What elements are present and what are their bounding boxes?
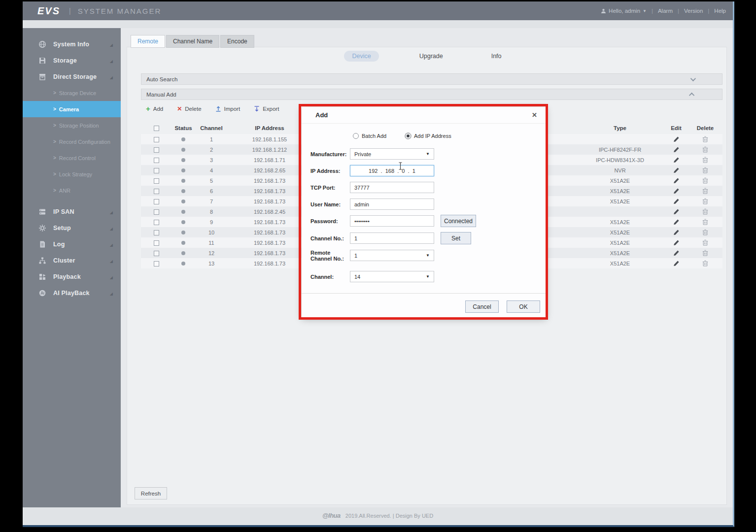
edit-pencil-icon[interactable] bbox=[673, 239, 680, 245]
remote-channel-no-select[interactable]: 1 ▼ bbox=[350, 250, 434, 261]
username-input[interactable]: admin bbox=[350, 199, 434, 210]
sidebar-item-ip-san[interactable]: IP SAN◢ bbox=[23, 203, 121, 220]
section-auto-search[interactable]: Auto Search bbox=[141, 73, 722, 85]
sidebar-item-cluster[interactable]: Cluster◢ bbox=[23, 252, 121, 268]
delete-button[interactable]: ✕ Delete bbox=[177, 105, 201, 112]
ok-button[interactable]: OK bbox=[507, 300, 540, 313]
connected-button[interactable]: Connected bbox=[441, 215, 476, 227]
sidebar-subitem-record-configuration[interactable]: >Record Configuration bbox=[23, 133, 121, 150]
sidebar-item-ai-playback[interactable]: AI PlayBack◢ bbox=[23, 285, 121, 301]
section-manual-add[interactable]: Manual Add bbox=[141, 89, 722, 100]
cell-channel: 2 bbox=[195, 147, 228, 153]
delete-trash-icon[interactable] bbox=[702, 208, 708, 214]
topbar-link-help[interactable]: Help bbox=[714, 8, 726, 14]
edit-pencil-icon[interactable] bbox=[673, 188, 680, 194]
row-checkbox[interactable] bbox=[154, 209, 159, 215]
row-checkbox[interactable] bbox=[154, 189, 159, 194]
sidebar-subitem-storage-position[interactable]: >Storage Position bbox=[23, 117, 121, 133]
subtab-info[interactable]: Info bbox=[483, 51, 510, 62]
tab-remote[interactable]: Remote bbox=[131, 35, 165, 48]
row-checkbox[interactable] bbox=[154, 137, 159, 142]
sidebar-item-log[interactable]: Log◢ bbox=[23, 236, 121, 252]
sidebar-item-direct-storage[interactable]: Direct Storage◢ bbox=[23, 68, 121, 85]
radio-batch-add[interactable]: Batch Add bbox=[353, 133, 386, 139]
topbar-link-alarm[interactable]: Alarm bbox=[658, 8, 673, 14]
delete-trash-icon[interactable] bbox=[702, 239, 708, 245]
add-button[interactable]: + Add bbox=[146, 106, 163, 112]
edit-pencil-icon[interactable] bbox=[673, 250, 680, 256]
channel-no-input[interactable]: 1 bbox=[350, 233, 434, 244]
tcp-port-input[interactable]: 37777 bbox=[350, 182, 434, 193]
tab-channel-name[interactable]: Channel Name bbox=[166, 35, 219, 48]
delete-trash-icon[interactable] bbox=[702, 260, 708, 266]
section-label: Auto Search bbox=[146, 76, 177, 82]
cancel-button[interactable]: Cancel bbox=[465, 300, 499, 313]
row-checkbox[interactable] bbox=[154, 199, 159, 204]
row-checkbox[interactable] bbox=[154, 220, 159, 225]
password-input[interactable]: •••••••• bbox=[350, 215, 434, 227]
collapse-triangle-icon: ◢ bbox=[110, 59, 113, 64]
row-checkbox[interactable] bbox=[154, 251, 159, 256]
select-all-checkbox[interactable] bbox=[154, 126, 159, 131]
sidebar-item-setup[interactable]: Setup◢ bbox=[23, 220, 121, 236]
subtab-upgrade[interactable]: Upgrade bbox=[412, 51, 451, 62]
radio-add-ip-address[interactable]: Add IP Address bbox=[405, 133, 451, 139]
delete-trash-icon[interactable] bbox=[702, 146, 708, 152]
chevron-up-icon[interactable] bbox=[689, 92, 694, 98]
dropdown-arrow-icon: ▼ bbox=[426, 152, 430, 156]
edit-pencil-icon[interactable] bbox=[673, 167, 680, 173]
edit-pencil-icon[interactable] bbox=[673, 198, 680, 204]
sidebar-subitem-lock-strategy[interactable]: >Lock Strategy bbox=[23, 166, 121, 182]
row-checkbox[interactable] bbox=[154, 147, 159, 153]
close-icon[interactable]: ✕ bbox=[532, 111, 537, 119]
cell-ip-address: 192.168.1.73 bbox=[228, 219, 311, 225]
edit-pencil-icon[interactable] bbox=[673, 136, 680, 142]
import-icon bbox=[215, 106, 221, 112]
sidebar-subitem-camera[interactable]: >Camera bbox=[23, 101, 121, 117]
delete-trash-icon[interactable] bbox=[702, 177, 708, 183]
channel-select[interactable]: 14 ▼ bbox=[350, 271, 434, 282]
subtab-device[interactable]: Device bbox=[344, 51, 378, 62]
edit-pencil-icon[interactable] bbox=[673, 219, 680, 225]
sidebar-item-playback[interactable]: Playback◢ bbox=[23, 268, 121, 285]
sidebar-subitem-label: Lock Strategy bbox=[59, 171, 92, 177]
row-checkbox[interactable] bbox=[154, 230, 159, 235]
topbar-link-version[interactable]: Version bbox=[684, 8, 703, 14]
sidebar-item-system-info[interactable]: System Info◢ bbox=[23, 36, 121, 52]
sidebar-subitem-storage-device[interactable]: >Storage Device bbox=[23, 85, 121, 101]
sidebar-subitem-record-control[interactable]: >Record Control bbox=[23, 150, 121, 166]
user-menu[interactable]: Hello, admin ▼ bbox=[601, 8, 647, 14]
sidebar-item-storage[interactable]: Storage◢ bbox=[23, 52, 121, 68]
row-checkbox[interactable] bbox=[154, 240, 159, 246]
delete-trash-icon[interactable] bbox=[702, 136, 708, 142]
sidebar-subitem-anr[interactable]: >ANR bbox=[23, 182, 121, 199]
delete-trash-icon[interactable] bbox=[702, 250, 708, 256]
delete-trash-icon[interactable] bbox=[702, 198, 708, 204]
edit-pencil-icon[interactable] bbox=[673, 177, 680, 183]
edit-pencil-icon[interactable] bbox=[673, 208, 680, 214]
delete-trash-icon[interactable] bbox=[702, 229, 708, 235]
tab-encode[interactable]: Encode bbox=[220, 35, 254, 48]
col-channel: Channel bbox=[195, 125, 228, 131]
delete-trash-icon[interactable] bbox=[702, 157, 708, 163]
row-checkbox[interactable] bbox=[154, 158, 159, 163]
edit-pencil-icon[interactable] bbox=[673, 260, 680, 266]
delete-trash-icon[interactable] bbox=[702, 167, 708, 173]
delete-trash-icon[interactable] bbox=[702, 219, 708, 225]
row-checkbox[interactable] bbox=[154, 178, 159, 184]
set-button[interactable]: Set bbox=[441, 232, 471, 244]
import-button[interactable]: Import bbox=[215, 106, 241, 112]
manufacturer-select[interactable]: Private ▼ bbox=[350, 148, 434, 160]
export-button[interactable]: Export bbox=[254, 106, 279, 112]
ip-address-input[interactable]: 192 . 168 . 0 . 1 bbox=[350, 165, 434, 176]
row-checkbox[interactable] bbox=[154, 168, 159, 173]
edit-pencil-icon[interactable] bbox=[673, 146, 680, 152]
chevron-down-icon[interactable] bbox=[690, 75, 696, 81]
delete-trash-icon[interactable] bbox=[702, 188, 708, 194]
status-dot-icon bbox=[181, 179, 185, 183]
edit-pencil-icon[interactable] bbox=[673, 229, 680, 235]
refresh-button[interactable]: Refresh bbox=[135, 487, 167, 499]
edit-pencil-icon[interactable] bbox=[673, 157, 680, 163]
chevron-right-icon: > bbox=[53, 171, 56, 177]
row-checkbox[interactable] bbox=[154, 261, 159, 266]
